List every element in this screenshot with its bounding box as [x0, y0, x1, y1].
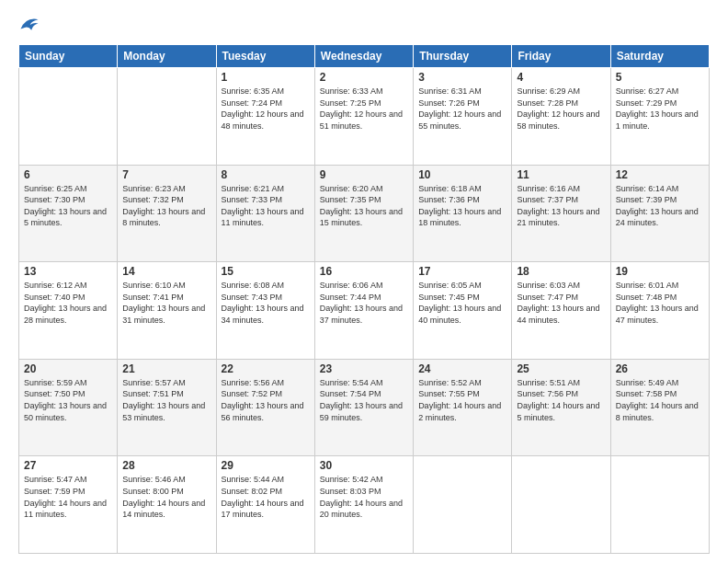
calendar-cell: 6Sunrise: 6:25 AM Sunset: 7:30 PM Daylig…: [19, 165, 118, 262]
calendar-cell: 27Sunrise: 5:47 AM Sunset: 7:59 PM Dayli…: [19, 456, 118, 554]
day-number: 1: [222, 71, 310, 84]
calendar-cell: 25Sunrise: 5:51 AM Sunset: 7:56 PM Dayli…: [512, 359, 610, 456]
day-info: Sunrise: 6:20 AM Sunset: 7:35 PM Dayligh…: [320, 183, 408, 229]
col-header-tuesday: Tuesday: [216, 45, 314, 68]
day-info: Sunrise: 6:23 AM Sunset: 7:32 PM Dayligh…: [122, 183, 210, 229]
day-info: Sunrise: 5:52 AM Sunset: 7:55 PM Dayligh…: [418, 377, 506, 423]
col-header-wednesday: Wednesday: [314, 45, 413, 68]
calendar-cell: 21Sunrise: 5:57 AM Sunset: 7:51 PM Dayli…: [118, 359, 216, 456]
col-header-thursday: Thursday: [414, 45, 512, 68]
day-info: Sunrise: 6:06 AM Sunset: 7:44 PM Dayligh…: [320, 280, 408, 326]
calendar-cell: [610, 456, 709, 554]
day-number: 29: [222, 459, 310, 472]
day-number: 2: [320, 71, 408, 84]
day-info: Sunrise: 6:12 AM Sunset: 7:40 PM Dayligh…: [24, 280, 112, 326]
calendar-cell: 4Sunrise: 6:29 AM Sunset: 7:28 PM Daylig…: [512, 68, 610, 166]
calendar-cell: [19, 68, 118, 166]
day-info: Sunrise: 5:57 AM Sunset: 7:51 PM Dayligh…: [122, 377, 210, 423]
logo-bird-icon: [19, 15, 40, 35]
calendar-week-1: 6Sunrise: 6:25 AM Sunset: 7:30 PM Daylig…: [19, 165, 710, 262]
day-number: 21: [122, 362, 210, 375]
day-number: 5: [616, 71, 704, 84]
day-number: 9: [320, 168, 408, 181]
day-number: 7: [122, 168, 210, 181]
calendar-cell: 23Sunrise: 5:54 AM Sunset: 7:54 PM Dayli…: [314, 359, 413, 456]
calendar-cell: 16Sunrise: 6:06 AM Sunset: 7:44 PM Dayli…: [314, 262, 413, 360]
day-info: Sunrise: 6:31 AM Sunset: 7:26 PM Dayligh…: [418, 86, 506, 132]
day-info: Sunrise: 6:29 AM Sunset: 7:28 PM Dayligh…: [517, 86, 605, 132]
day-info: Sunrise: 6:25 AM Sunset: 7:30 PM Dayligh…: [24, 183, 112, 229]
day-number: 12: [616, 168, 704, 181]
calendar-cell: 15Sunrise: 6:08 AM Sunset: 7:43 PM Dayli…: [216, 262, 314, 360]
col-header-sunday: Sunday: [19, 45, 118, 68]
day-info: Sunrise: 6:16 AM Sunset: 7:37 PM Dayligh…: [517, 183, 605, 229]
day-number: 25: [517, 362, 605, 375]
day-number: 8: [222, 168, 310, 181]
calendar-cell: 10Sunrise: 6:18 AM Sunset: 7:36 PM Dayli…: [414, 165, 512, 262]
day-number: 10: [418, 168, 506, 181]
col-header-saturday: Saturday: [610, 45, 709, 68]
day-info: Sunrise: 6:08 AM Sunset: 7:43 PM Dayligh…: [222, 280, 310, 326]
day-info: Sunrise: 5:44 AM Sunset: 8:02 PM Dayligh…: [222, 474, 310, 520]
calendar-cell: [118, 68, 216, 166]
calendar-cell: 29Sunrise: 5:44 AM Sunset: 8:02 PM Dayli…: [216, 456, 314, 554]
calendar-cell: 17Sunrise: 6:05 AM Sunset: 7:45 PM Dayli…: [414, 262, 512, 360]
calendar-cell: 9Sunrise: 6:20 AM Sunset: 7:35 PM Daylig…: [314, 165, 413, 262]
calendar-cell: 14Sunrise: 6:10 AM Sunset: 7:41 PM Dayli…: [118, 262, 216, 360]
day-number: 19: [616, 265, 704, 278]
day-info: Sunrise: 6:14 AM Sunset: 7:39 PM Dayligh…: [616, 183, 704, 229]
calendar-cell: [414, 456, 512, 554]
calendar-week-3: 20Sunrise: 5:59 AM Sunset: 7:50 PM Dayli…: [19, 359, 710, 456]
day-number: 27: [24, 459, 112, 472]
day-number: 4: [517, 71, 605, 84]
calendar-week-2: 13Sunrise: 6:12 AM Sunset: 7:40 PM Dayli…: [19, 262, 710, 360]
logo-text-block: [18, 15, 40, 35]
calendar-cell: 5Sunrise: 6:27 AM Sunset: 7:29 PM Daylig…: [610, 68, 709, 166]
day-info: Sunrise: 6:27 AM Sunset: 7:29 PM Dayligh…: [616, 86, 704, 132]
day-number: 14: [122, 265, 210, 278]
calendar-cell: 22Sunrise: 5:56 AM Sunset: 7:52 PM Dayli…: [216, 359, 314, 456]
day-number: 20: [24, 362, 112, 375]
day-info: Sunrise: 6:03 AM Sunset: 7:47 PM Dayligh…: [517, 280, 605, 326]
day-info: Sunrise: 5:54 AM Sunset: 7:54 PM Dayligh…: [320, 377, 408, 423]
calendar-body: 1Sunrise: 6:35 AM Sunset: 7:24 PM Daylig…: [19, 68, 710, 554]
day-info: Sunrise: 5:56 AM Sunset: 7:52 PM Dayligh…: [222, 377, 310, 423]
day-info: Sunrise: 6:18 AM Sunset: 7:36 PM Dayligh…: [418, 183, 506, 229]
day-number: 16: [320, 265, 408, 278]
page: SundayMondayTuesdayWednesdayThursdayFrid…: [0, 0, 728, 563]
calendar-cell: 20Sunrise: 5:59 AM Sunset: 7:50 PM Dayli…: [19, 359, 118, 456]
calendar-cell: 1Sunrise: 6:35 AM Sunset: 7:24 PM Daylig…: [216, 68, 314, 166]
day-number: 15: [222, 265, 310, 278]
header: [18, 15, 710, 35]
day-number: 24: [418, 362, 506, 375]
calendar-cell: 8Sunrise: 6:21 AM Sunset: 7:33 PM Daylig…: [216, 165, 314, 262]
day-info: Sunrise: 5:59 AM Sunset: 7:50 PM Dayligh…: [24, 377, 112, 423]
day-number: 17: [418, 265, 506, 278]
day-info: Sunrise: 5:51 AM Sunset: 7:56 PM Dayligh…: [517, 377, 605, 423]
calendar-table: SundayMondayTuesdayWednesdayThursdayFrid…: [18, 44, 710, 554]
day-info: Sunrise: 6:35 AM Sunset: 7:24 PM Dayligh…: [222, 86, 310, 132]
day-number: 13: [24, 265, 112, 278]
day-number: 26: [616, 362, 704, 375]
day-info: Sunrise: 6:10 AM Sunset: 7:41 PM Dayligh…: [122, 280, 210, 326]
calendar-cell: 3Sunrise: 6:31 AM Sunset: 7:26 PM Daylig…: [414, 68, 512, 166]
day-number: 11: [517, 168, 605, 181]
calendar-header-row: SundayMondayTuesdayWednesdayThursdayFrid…: [19, 45, 710, 68]
day-info: Sunrise: 5:49 AM Sunset: 7:58 PM Dayligh…: [616, 377, 704, 423]
day-info: Sunrise: 6:01 AM Sunset: 7:48 PM Dayligh…: [616, 280, 704, 326]
calendar-cell: 28Sunrise: 5:46 AM Sunset: 8:00 PM Dayli…: [118, 456, 216, 554]
calendar-week-0: 1Sunrise: 6:35 AM Sunset: 7:24 PM Daylig…: [19, 68, 710, 166]
calendar-cell: 30Sunrise: 5:42 AM Sunset: 8:03 PM Dayli…: [314, 456, 413, 554]
day-number: 30: [320, 459, 408, 472]
col-header-monday: Monday: [118, 45, 216, 68]
logo: [18, 15, 40, 35]
calendar-cell: 26Sunrise: 5:49 AM Sunset: 7:58 PM Dayli…: [610, 359, 709, 456]
day-info: Sunrise: 5:42 AM Sunset: 8:03 PM Dayligh…: [320, 474, 408, 520]
day-info: Sunrise: 5:47 AM Sunset: 7:59 PM Dayligh…: [24, 474, 112, 520]
calendar-cell: 19Sunrise: 6:01 AM Sunset: 7:48 PM Dayli…: [610, 262, 709, 360]
day-number: 18: [517, 265, 605, 278]
day-info: Sunrise: 6:21 AM Sunset: 7:33 PM Dayligh…: [222, 183, 310, 229]
day-number: 23: [320, 362, 408, 375]
calendar-cell: 7Sunrise: 6:23 AM Sunset: 7:32 PM Daylig…: [118, 165, 216, 262]
calendar-cell: 12Sunrise: 6:14 AM Sunset: 7:39 PM Dayli…: [610, 165, 709, 262]
